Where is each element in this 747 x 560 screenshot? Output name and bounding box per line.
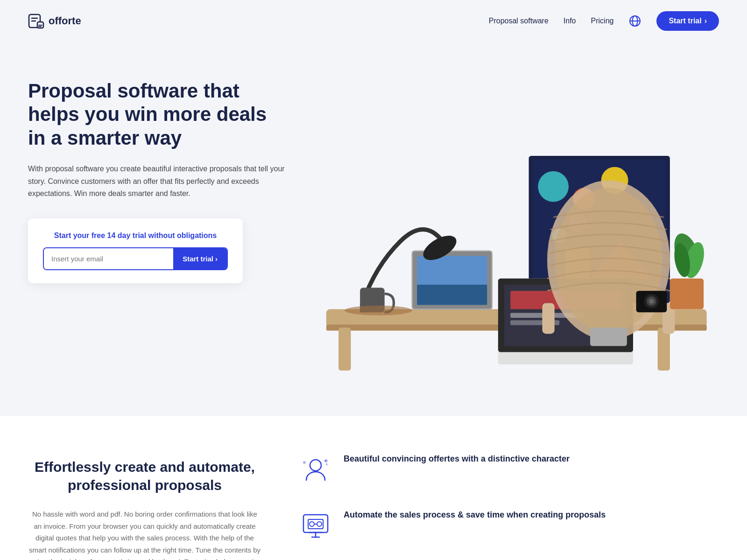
trial-box-label: Start your free 14 day trial without obl… (43, 231, 228, 240)
svg-rect-34 (670, 279, 704, 309)
feature-item-convincing-offers: Beautiful convincing offertes with a dis… (299, 453, 719, 487)
main-nav: Proposal software Info Pricing Start tri… (489, 11, 719, 31)
svg-rect-7 (658, 328, 670, 371)
feature-icon-1 (300, 454, 331, 486)
logo-text: offorte (49, 15, 81, 27)
features-title: Effortlessly create and automate, profes… (28, 458, 261, 494)
svg-point-45 (326, 463, 328, 465)
features-description: No hassle with word and pdf. No boring o… (28, 508, 261, 560)
svg-point-43 (310, 460, 321, 471)
hero-content: Proposal software that helps you win mor… (28, 70, 289, 283)
trial-submit-label: Start trial (183, 255, 213, 263)
trial-email-input[interactable] (44, 248, 173, 269)
svg-rect-29 (542, 303, 554, 334)
trial-submit-arrow: › (215, 255, 218, 263)
logo-icon (28, 13, 45, 29)
features-section: Effortlessly create and automate, profes… (0, 416, 747, 560)
desk-illustration (289, 70, 719, 377)
feature-text-1: Beautiful convincing offertes with a dis… (344, 453, 570, 464)
svg-point-52 (317, 522, 322, 526)
feature-title-2: Automate the sales process & save time w… (344, 509, 606, 520)
trial-submit-button[interactable]: Start trial › (173, 248, 227, 269)
start-trial-label: Start trial (669, 17, 701, 25)
start-trial-arrow: › (705, 17, 707, 25)
automation-icon (299, 509, 332, 543)
features-left: Effortlessly create and automate, profes… (28, 453, 261, 560)
trial-box: Start your free 14 day trial without obl… (28, 218, 243, 283)
feature-text-2: Automate the sales process & save time w… (344, 509, 606, 520)
svg-point-10 (538, 171, 569, 202)
feature-item-automate-sales: Automate the sales process & save time w… (299, 509, 719, 543)
hero-image (289, 70, 719, 378)
svg-point-42 (345, 306, 412, 315)
site-header: offorte Proposal software Info Pricing S… (0, 0, 747, 42)
nav-proposal-software[interactable]: Proposal software (489, 17, 549, 25)
svg-rect-19 (417, 285, 487, 305)
hero-section: Proposal software that helps you win mor… (0, 42, 747, 416)
svg-rect-6 (338, 328, 351, 371)
logo[interactable]: offorte (28, 13, 81, 29)
nav-info[interactable]: Info (564, 17, 576, 25)
svg-point-44 (303, 461, 306, 464)
trial-input-row: Start trial › (43, 247, 228, 270)
hero-title: Proposal software that helps you win mor… (28, 79, 289, 150)
hero-description: With proposal software you create beauti… (28, 163, 289, 200)
globe-icon[interactable] (628, 14, 641, 28)
person-icon (299, 453, 332, 487)
nav-pricing[interactable]: Pricing (591, 17, 614, 25)
svg-point-41 (649, 299, 654, 304)
feature-title-1: Beautiful convincing offertes with a dis… (344, 453, 570, 464)
svg-rect-28 (590, 328, 627, 346)
features-right: Beautiful convincing offertes with a dis… (299, 453, 719, 560)
feature-icon-2 (300, 510, 331, 542)
header-start-trial-button[interactable]: Start trial › (656, 11, 719, 31)
svg-point-51 (310, 522, 314, 526)
